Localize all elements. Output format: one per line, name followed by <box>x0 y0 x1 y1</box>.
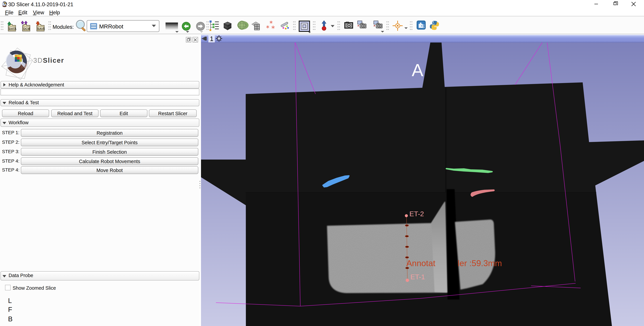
svg-text:ler :59.3mm: ler :59.3mm <box>458 259 502 268</box>
svg-text:A: A <box>412 61 423 80</box>
svg-text:MRRobot: MRRobot <box>99 23 123 30</box>
svg-text:1: 1 <box>210 35 214 42</box>
svg-text:DATA: DATA <box>9 27 16 31</box>
svg-text:Modules:: Modules: <box>52 24 74 30</box>
svg-text:E: E <box>422 24 425 29</box>
svg-text:Annotat: Annotat <box>406 259 435 268</box>
svg-text:ET-2: ET-2 <box>410 210 424 218</box>
svg-text:SAVE: SAVE <box>38 27 45 31</box>
svg-text:ET-1: ET-1 <box>410 273 425 281</box>
svg-text:DCM: DCM <box>24 27 30 31</box>
